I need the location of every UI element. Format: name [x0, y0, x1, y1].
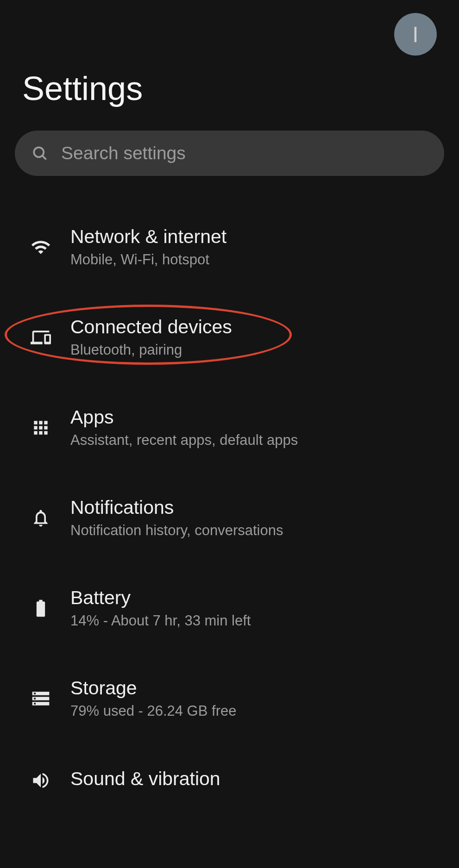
settings-item-connected-devices[interactable]: Connected devices Bluetooth, pairing [0, 301, 459, 374]
settings-item-storage[interactable]: Storage 79% used - 26.24 GB free [0, 662, 459, 735]
item-subtitle: 14% - About 7 hr, 33 min left [70, 612, 251, 629]
bell-icon [28, 505, 54, 531]
storage-icon [28, 686, 54, 712]
page-title: Settings [0, 56, 459, 131]
avatar[interactable]: I [394, 13, 437, 56]
search-bar[interactable] [15, 131, 444, 176]
svg-point-0 [34, 147, 44, 157]
settings-item-network[interactable]: Network & internet Mobile, Wi-Fi, hotspo… [0, 211, 459, 283]
sound-icon [28, 768, 54, 793]
item-title: Notifications [70, 497, 283, 518]
item-subtitle: Mobile, Wi-Fi, hotspot [70, 251, 226, 268]
item-title: Sound & vibration [70, 768, 220, 790]
wifi-icon [28, 234, 54, 260]
item-title: Network & internet [70, 226, 226, 248]
settings-item-notifications[interactable]: Notifications Notification history, conv… [0, 481, 459, 554]
item-title: Apps [70, 406, 298, 428]
settings-list: Network & internet Mobile, Wi-Fi, hotspo… [0, 176, 459, 809]
settings-item-apps[interactable]: Apps Assistant, recent apps, default app… [0, 391, 459, 464]
search-icon [31, 145, 48, 162]
settings-item-sound[interactable]: Sound & vibration [0, 752, 459, 809]
search-input[interactable] [61, 143, 428, 163]
item-subtitle: Notification history, conversations [70, 522, 283, 539]
item-title: Connected devices [70, 316, 232, 338]
svg-line-1 [43, 156, 46, 160]
item-subtitle: 79% used - 26.24 GB free [70, 703, 236, 719]
item-subtitle: Assistant, recent apps, default apps [70, 432, 298, 449]
apps-icon [28, 415, 54, 441]
battery-icon [28, 595, 54, 621]
item-title: Storage [70, 677, 236, 699]
devices-icon [28, 325, 54, 350]
settings-item-battery[interactable]: Battery 14% - About 7 hr, 33 min left [0, 572, 459, 644]
item-title: Battery [70, 587, 251, 609]
item-subtitle: Bluetooth, pairing [70, 342, 232, 358]
